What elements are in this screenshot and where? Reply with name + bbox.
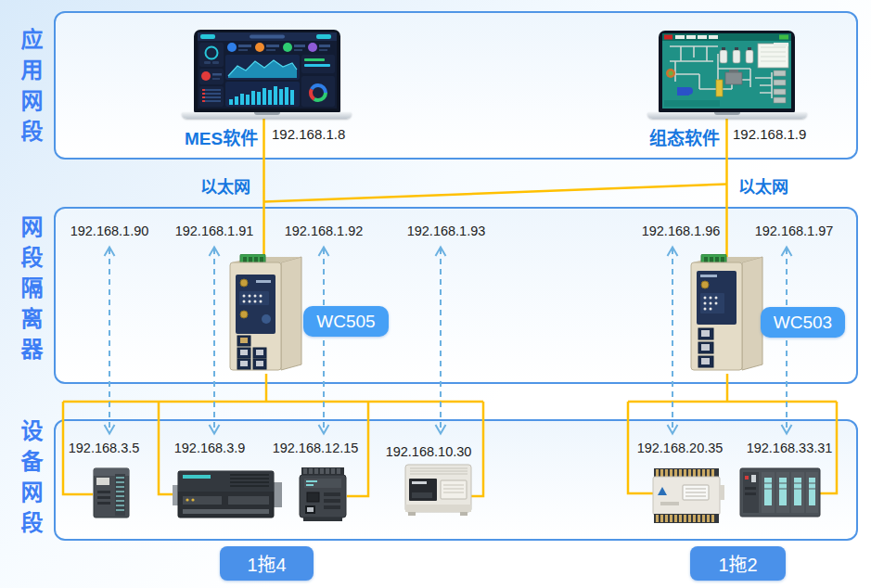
scada-laptop-screen (659, 31, 795, 113)
wc505-badge: WC505 (303, 306, 389, 337)
isolator-ip-3: 192.168.1.92 (285, 224, 364, 238)
scada-software-label: 组态软件 (649, 124, 720, 149)
isolator-ip-4: 192.168.1.93 (407, 224, 486, 238)
device-ip-2: 192.168.3.9 (174, 441, 246, 455)
plc-device-6-illustration (739, 467, 821, 519)
mes-software-label: MES软件 (185, 124, 258, 149)
device-ip-4: 192.168.10.30 (386, 444, 472, 459)
scada-screen-illustration (662, 33, 791, 109)
device-ip-6: 192.168.33.31 (747, 441, 833, 455)
isolator-ip-6: 192.168.1.97 (755, 224, 834, 238)
device-ip-5: 192.168.20.35 (637, 441, 724, 455)
plc-device-1-illustration (93, 467, 130, 519)
ethernet-label-right: 以太网 (738, 173, 788, 198)
scada-laptop-base (647, 112, 807, 119)
plc-device-4-illustration (404, 462, 473, 517)
plc-device-5-illustration (651, 467, 725, 525)
mes-laptop-base (182, 112, 352, 119)
device-ip-3: 192.168.12.15 (273, 441, 359, 455)
isolator-segment-label: 网段隔离器 (14, 215, 45, 368)
app-segment-label: 应用网段 (14, 28, 45, 150)
isolator-ip-2: 192.168.1.91 (175, 224, 254, 238)
one-to-two-badge: 1拖2 (690, 546, 786, 581)
wc505-gateway-illustration (228, 254, 308, 376)
isolator-ip-1: 192.168.1.90 (70, 224, 149, 238)
device-segment-label: 设备网段 (14, 419, 45, 542)
wc503-badge: WC503 (761, 307, 845, 338)
ethernet-bus-line (264, 185, 727, 202)
isolator-ip-5: 192.168.1.96 (642, 224, 721, 238)
mes-laptop-screen (194, 30, 340, 113)
wc503-gateway-illustration (689, 254, 769, 376)
one-to-four-badge: 1拖4 (220, 546, 314, 581)
mes-dashboard-illustration (198, 32, 337, 109)
mes-ip-label: 192.168.1.8 (272, 126, 345, 142)
ethernet-label-left: 以太网 (200, 173, 250, 198)
device-ip-1: 192.168.3.5 (69, 441, 140, 455)
plc-device-2-illustration (173, 468, 282, 521)
scada-ip-label: 192.168.1.9 (733, 126, 806, 142)
plc-device-3-illustration (298, 467, 348, 523)
